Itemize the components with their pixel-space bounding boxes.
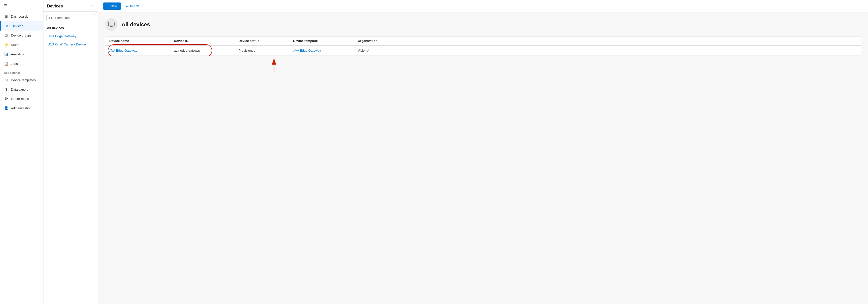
sidebar-item-label: Rules xyxy=(11,43,19,47)
sidebar-item-data-export[interactable]: ⬆ Data export xyxy=(0,85,43,94)
page-title: All devices xyxy=(122,21,150,28)
rules-icon: ⚡ xyxy=(4,42,8,47)
data-export-icon: ⬆ xyxy=(4,87,8,92)
second-panel-header: Devices ‹ xyxy=(43,0,98,12)
sidebar-header: ☰ xyxy=(0,0,43,12)
sidebar-item-label: Device templates xyxy=(11,78,36,82)
import-button[interactable]: ⬅ Import xyxy=(123,2,142,10)
new-label: New xyxy=(111,4,117,8)
sidebar-item-jobs[interactable]: 📋 Jobs xyxy=(0,59,43,68)
new-button[interactable]: + New xyxy=(103,2,121,10)
all-devices-nav[interactable]: All devices xyxy=(43,24,98,32)
page-header: All devices xyxy=(105,19,861,31)
hamburger-icon[interactable]: ☰ xyxy=(4,3,7,8)
page-icon xyxy=(105,19,118,31)
device-name-cell[interactable]: AVA Edge Gateway xyxy=(109,49,174,52)
device-id-cell: ava-edge-gateway xyxy=(174,49,239,52)
filter-input-wrap xyxy=(43,12,98,24)
device-status-cell: Provisioned xyxy=(239,49,293,52)
dashboards-icon: ⊞ xyxy=(4,14,8,19)
sidebar-item-analytics[interactable]: 📊 Analytics xyxy=(0,50,43,59)
sidebar-item-label: Dashboards xyxy=(11,14,28,19)
sidebar-item-label: Indoor maps xyxy=(11,97,29,100)
sidebar-item-indoor-maps[interactable]: 🗺 Indoor maps xyxy=(0,94,43,103)
ava-edge-gateway-nav[interactable]: AVA Edge Gateway xyxy=(43,32,98,40)
plus-icon: + xyxy=(107,4,109,8)
sidebar-item-device-templates[interactable]: ⊟ Device templates xyxy=(0,75,43,85)
app-settings-section: App settings xyxy=(0,68,43,75)
header-device-name: Device name xyxy=(109,39,174,43)
header-organization: Organization xyxy=(358,39,857,43)
sidebar-item-administration[interactable]: 👤 Administration xyxy=(0,103,43,113)
sidebar-item-label: Data export xyxy=(11,88,28,91)
header-device-template: Device template xyxy=(293,39,358,43)
sidebar-item-device-groups[interactable]: ⊡ Device groups xyxy=(0,31,43,40)
svg-rect-0 xyxy=(108,22,114,26)
sidebar-item-label: Analytics xyxy=(11,52,24,56)
sidebar-item-label: Device groups xyxy=(11,33,32,37)
main-content: + New ⬅ Import All devices Device name D… xyxy=(98,0,868,304)
header-device-id: Device ID xyxy=(174,39,239,43)
organization-cell: Vision AI xyxy=(358,49,857,52)
collapse-button[interactable]: ‹ xyxy=(90,3,94,9)
sidebar-item-dashboards[interactable]: ⊞ Dashboards xyxy=(0,12,43,21)
device-template-cell[interactable]: AVA Edge Gateway xyxy=(293,49,358,52)
red-arrow-svg xyxy=(254,56,284,73)
table-row[interactable]: AVA Edge Gateway ava-edge-gateway Provis… xyxy=(105,46,861,56)
sidebar: ☰ ⊞ Dashboards ◈ Devices ⊡ Device groups… xyxy=(0,0,43,304)
devices-icon: ◈ xyxy=(5,24,9,28)
device-groups-icon: ⊡ xyxy=(4,33,8,37)
ava-onvif-nav[interactable]: AVA Onvif Camera Device xyxy=(43,40,98,49)
second-panel-title: Devices xyxy=(47,4,63,9)
table-row-wrapper: AVA Edge Gateway ava-edge-gateway Provis… xyxy=(105,46,861,56)
sidebar-item-label: Administration xyxy=(11,106,31,110)
filter-templates-input[interactable] xyxy=(46,14,95,21)
sidebar-item-rules[interactable]: ⚡ Rules xyxy=(0,40,43,50)
header-device-status: Device status xyxy=(239,39,293,43)
device-templates-icon: ⊟ xyxy=(4,78,8,82)
jobs-icon: 📋 xyxy=(4,61,8,66)
arrow-annotation-area xyxy=(105,56,861,73)
indoor-maps-icon: 🗺 xyxy=(4,97,8,101)
content-area: All devices Device name Device ID Device… xyxy=(98,12,868,79)
import-icon: ⬅ xyxy=(126,4,129,8)
toolbar: + New ⬅ Import xyxy=(98,0,868,12)
analytics-icon: 📊 xyxy=(4,52,8,56)
sidebar-item-label: Devices xyxy=(12,24,23,28)
second-panel: Devices ‹ All devices AVA Edge Gateway A… xyxy=(43,0,98,304)
sidebar-item-devices[interactable]: ◈ Devices xyxy=(0,21,43,31)
administration-icon: 👤 xyxy=(4,106,8,110)
devices-table: Device name Device ID Device status Devi… xyxy=(105,36,861,56)
table-header: Device name Device ID Device status Devi… xyxy=(105,36,861,46)
import-label: Import xyxy=(130,4,140,8)
sidebar-item-label: Jobs xyxy=(11,62,18,66)
